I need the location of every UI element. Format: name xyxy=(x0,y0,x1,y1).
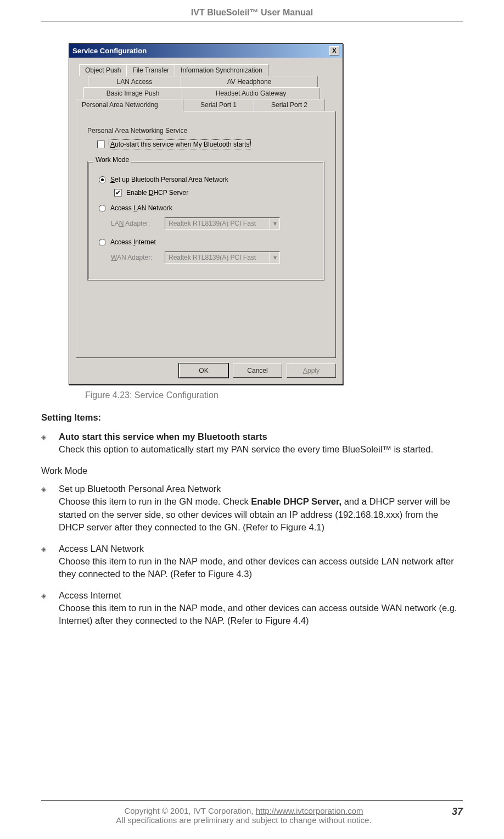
lan-adapter-select: Realtek RTL8139(A) PCI Fast ▾ xyxy=(165,217,280,230)
radio-internet-label: Access Internet xyxy=(110,238,156,246)
page-header: IVT BlueSoleil™ User Manual xyxy=(41,0,463,21)
section-label: Personal Area Networking Service xyxy=(87,127,327,135)
bullet-title: Set up Bluetooth Personal Area Network xyxy=(59,484,221,494)
autostart-row: Auto-start this service when My Bluetoot… xyxy=(97,140,327,149)
ok-button[interactable]: OK xyxy=(179,363,228,378)
lan-adapter-label: LAN Adapter: xyxy=(111,220,165,227)
bullet-title: Access LAN Network xyxy=(59,544,144,553)
dialog-titlebar: Service Configuration X xyxy=(69,44,343,58)
dialog-body: Object Push File Transfer Information Sy… xyxy=(69,58,343,384)
tab-row-1: Object Push File Transfer Information Sy… xyxy=(79,64,336,76)
bullet-icon: ◈ xyxy=(41,430,59,456)
bullet-icon: ◈ xyxy=(41,589,59,627)
apply-button: Apply xyxy=(287,363,336,378)
enable-dhcp-checkbox[interactable]: ✔ xyxy=(114,189,122,197)
tab-serial-2[interactable]: Serial Port 2 xyxy=(254,99,325,111)
close-icon[interactable]: X xyxy=(329,46,339,55)
radio-lan[interactable] xyxy=(99,205,106,212)
chevron-down-icon: ▾ xyxy=(270,252,279,263)
radio-internet[interactable] xyxy=(99,239,106,246)
tab-av-headphone[interactable]: AV Headphone xyxy=(181,76,318,87)
autostart-checkbox[interactable] xyxy=(97,141,105,148)
cancel-button[interactable]: Cancel xyxy=(233,363,282,378)
group-legend: Work Mode xyxy=(93,156,131,164)
wan-adapter-value: Realtek RTL8139(A) PCI Fast xyxy=(169,254,256,261)
service-config-dialog: Service Configuration X Object Push File… xyxy=(69,43,343,385)
chevron-down-icon: ▾ xyxy=(270,218,279,229)
lan-adapter-value: Realtek RTL8139(A) PCI Fast xyxy=(169,220,256,227)
body-text: Setting Items: ◈ Auto start this service… xyxy=(41,411,463,627)
tab-headset-gateway[interactable]: Headset Audio Gateway xyxy=(182,87,320,99)
bullet-text-a: Choose this item to run in the GN mode. … xyxy=(59,496,251,506)
bullet-bold: Enable DHCP Server, xyxy=(251,496,341,506)
header-title: IVT BlueSoleil™ User Manual xyxy=(191,8,313,17)
enable-dhcp-label: Enable DHCP Server xyxy=(126,189,188,197)
bullet-autostart: ◈ Auto start this service when my Blueto… xyxy=(41,430,463,456)
radio-lan-label: Access LAN Network xyxy=(110,204,172,212)
dialog-title: Service Configuration xyxy=(72,47,147,55)
radio-setup-pan[interactable] xyxy=(99,176,106,183)
bullet-title: Auto start this service when my Bluetoot… xyxy=(59,432,267,441)
tab-basic-image-push[interactable]: Basic Image Push xyxy=(83,87,182,99)
lan-adapter-row: LAN Adapter: Realtek RTL8139(A) PCI Fast… xyxy=(111,217,317,230)
bullet-icon: ◈ xyxy=(41,542,59,580)
tab-panel: Personal Area Networking Service Auto-st… xyxy=(76,111,336,358)
dialog-buttons: OK Cancel Apply xyxy=(76,363,336,378)
bullet-setup-pan: ◈ Set up Bluetooth Personal Area Network… xyxy=(41,483,463,533)
bullet-access-lan: ◈ Access LAN Network Choose this item to… xyxy=(41,542,463,580)
bullet-text: Choose this item to run in the NAP mode,… xyxy=(59,603,457,625)
radio-internet-row: Access Internet xyxy=(99,238,317,246)
enable-dhcp-row: ✔ Enable DHCP Server xyxy=(114,189,317,197)
work-mode-heading: Work Mode xyxy=(41,465,463,477)
bullet-title: Access Internet xyxy=(59,590,121,600)
footer-text: Copyright © 2001, IVT Corporation, http:… xyxy=(41,806,446,825)
wan-adapter-label: WAN Adapter: xyxy=(111,254,165,261)
page-footer: Copyright © 2001, IVT Corporation, http:… xyxy=(41,800,463,825)
dialog-figure: Service Configuration X Object Push File… xyxy=(69,43,463,385)
setting-items-heading: Setting Items: xyxy=(41,411,463,424)
page-number: 37 xyxy=(446,806,463,818)
radio-setup-pan-row: Set up Bluetooth Personal Area Network xyxy=(99,176,317,183)
page-content: Service Configuration X Object Push File… xyxy=(0,21,504,627)
tab-serial-1[interactable]: Serial Port 1 xyxy=(183,99,254,111)
radio-setup-pan-label: Set up Bluetooth Personal Area Network xyxy=(110,176,228,183)
tab-row-3: Basic Image Push Headset Audio Gateway xyxy=(83,87,336,99)
autostart-label: Auto-start this service when My Bluetoot… xyxy=(109,140,250,149)
tab-lan-access[interactable]: LAN Access xyxy=(88,76,181,87)
bullet-icon: ◈ xyxy=(41,483,59,533)
radio-lan-row: Access LAN Network xyxy=(99,204,317,212)
bullet-text: Choose this item to run in the NAP mode,… xyxy=(59,556,454,579)
tab-object-push[interactable]: Object Push xyxy=(79,64,127,76)
tab-pan[interactable]: Personal Area Networking xyxy=(76,99,183,112)
bullet-access-internet: ◈ Access Internet Choose this item to ru… xyxy=(41,589,463,627)
bullet-text: Check this option to automatically start… xyxy=(59,444,433,454)
wan-adapter-select: Realtek RTL8139(A) PCI Fast ▾ xyxy=(165,251,280,264)
figure-caption: Figure 4.23: Service Configuration xyxy=(85,390,463,400)
tab-file-transfer[interactable]: File Transfer xyxy=(126,64,175,76)
work-mode-group: Work Mode Set up Bluetooth Personal Area… xyxy=(87,161,324,281)
tab-row-2: LAN Access AV Headphone xyxy=(88,76,336,87)
tab-info-sync[interactable]: Information Synchronization xyxy=(175,64,268,76)
tab-row-4: Personal Area Networking Serial Port 1 S… xyxy=(76,99,336,111)
wan-adapter-row: WAN Adapter: Realtek RTL8139(A) PCI Fast… xyxy=(111,251,317,264)
footer-link[interactable]: http://www.ivtcorporation.com xyxy=(256,806,363,815)
